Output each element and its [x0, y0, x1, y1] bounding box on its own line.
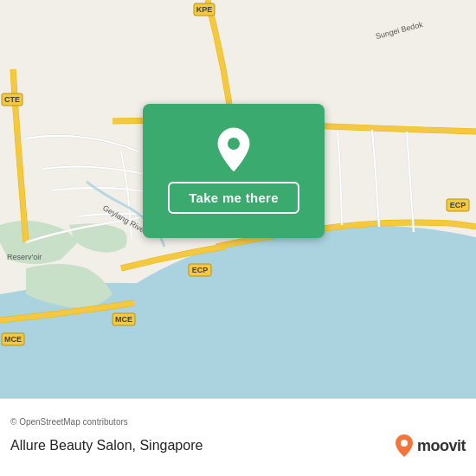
svg-text:ECP: ECP: [450, 201, 466, 209]
map-attribution: © OpenStreetMap contributors: [10, 417, 466, 427]
take-me-there-button[interactable]: Take me there: [168, 182, 299, 214]
moovit-pin-icon: [395, 434, 414, 458]
moovit-text: moovit: [417, 437, 466, 455]
app: KPE CTE PIE ECP ECP ECP MCE MCE Sungei: [0, 0, 476, 476]
svg-text:MCE: MCE: [115, 315, 132, 324]
location-card: Take me there: [143, 104, 325, 238]
svg-text:CTE: CTE: [4, 95, 20, 104]
moovit-logo: moovit: [395, 434, 466, 458]
svg-point-21: [228, 138, 240, 150]
svg-point-22: [401, 440, 408, 447]
svg-text:ECP: ECP: [192, 266, 209, 274]
location-pin-icon: [213, 126, 254, 175]
place-name: Allure Beauty Salon, Singapore: [10, 438, 203, 453]
bottom-info: Allure Beauty Salon, Singapore moovit: [10, 434, 466, 458]
svg-text:Reserv'oir: Reserv'oir: [7, 253, 42, 261]
svg-text:MCE: MCE: [4, 335, 22, 344]
pin-icon-container: [211, 128, 256, 173]
map-container[interactable]: KPE CTE PIE ECP ECP ECP MCE MCE Sungei: [0, 0, 476, 398]
bottom-bar: © OpenStreetMap contributors Allure Beau…: [0, 398, 476, 476]
svg-text:KPE: KPE: [196, 5, 213, 14]
